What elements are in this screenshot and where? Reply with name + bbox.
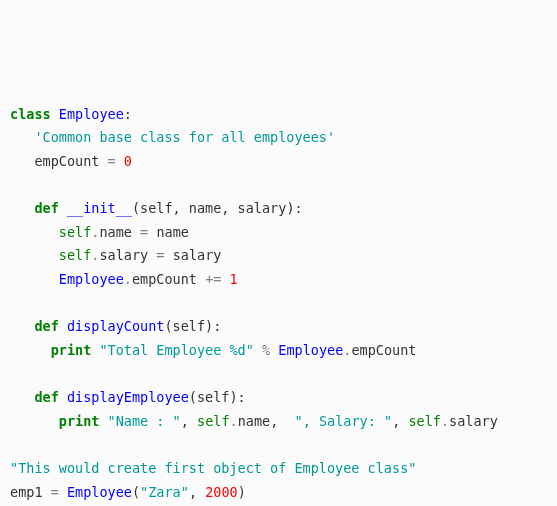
keyword-def: def	[34, 389, 58, 405]
blank-line	[10, 176, 18, 192]
line: empCount = 0	[10, 153, 132, 169]
attr: name	[238, 413, 271, 429]
line: print "Name : ", self.name, ", Salary: "…	[10, 413, 498, 429]
attr: salary	[99, 247, 148, 263]
line: self.name = name	[10, 224, 189, 240]
line: Employee.empCount += 1	[10, 271, 238, 287]
operator: =	[108, 153, 116, 169]
rhs: name	[156, 224, 189, 240]
line: def __init__(self, name, salary):	[10, 200, 303, 216]
string: ", Salary: "	[295, 413, 393, 429]
keyword-class: class	[10, 106, 51, 122]
string: "Name : "	[108, 413, 181, 429]
paren: )	[238, 484, 246, 500]
identifier: emp1	[10, 484, 43, 500]
comma: ,	[392, 413, 400, 429]
attr: name	[99, 224, 132, 240]
function-name: displayEmployee	[67, 389, 189, 405]
code-block: class Employee: 'Common base class for a…	[10, 103, 547, 507]
rhs: salary	[173, 247, 222, 263]
self: self	[59, 247, 92, 263]
self: self	[59, 224, 92, 240]
number: 1	[230, 271, 238, 287]
blank-line	[10, 436, 18, 452]
operator: =	[140, 224, 148, 240]
function-name: displayCount	[67, 318, 165, 334]
attr: salary	[449, 413, 498, 429]
params: (self, name, salary):	[132, 200, 303, 216]
line: emp1 = Employee("Zara", 2000)	[10, 484, 246, 500]
attr: empCount	[351, 342, 416, 358]
comma: ,	[270, 413, 278, 429]
dot: .	[441, 413, 449, 429]
self: self	[197, 413, 230, 429]
operator: +=	[205, 271, 221, 287]
blank-line	[10, 295, 18, 311]
comma: ,	[189, 484, 197, 500]
line: print "Total Employee %d" % Employee.emp…	[10, 342, 416, 358]
line: def displayCount(self):	[10, 318, 221, 334]
dot: .	[124, 271, 132, 287]
params: (self):	[189, 389, 246, 405]
number: 0	[124, 153, 132, 169]
string: "This would create first object of Emplo…	[10, 460, 416, 476]
number: 2000	[205, 484, 238, 500]
function-name: __init__	[67, 200, 132, 216]
class-ref: Employee	[59, 271, 124, 287]
keyword-def: def	[34, 318, 58, 334]
line: 'Common base class for all employees'	[10, 129, 335, 145]
dot: .	[230, 413, 238, 429]
operator: %	[262, 342, 270, 358]
identifier: empCount	[34, 153, 99, 169]
keyword-def: def	[34, 200, 58, 216]
class-ref: Employee	[278, 342, 343, 358]
keyword-print: print	[59, 413, 100, 429]
string: "Zara"	[140, 484, 189, 500]
line: class Employee:	[10, 106, 132, 122]
string: "Total Employee %d"	[99, 342, 253, 358]
params: (self):	[164, 318, 221, 334]
operator: =	[156, 247, 164, 263]
line: self.salary = salary	[10, 247, 221, 263]
line: def displayEmployee(self):	[10, 389, 246, 405]
blank-line	[10, 365, 18, 381]
paren: (	[132, 484, 140, 500]
docstring: 'Common base class for all employees'	[34, 129, 335, 145]
operator: =	[51, 484, 59, 500]
class-ref: Employee	[67, 484, 132, 500]
attr: empCount	[132, 271, 197, 287]
keyword-print: print	[51, 342, 92, 358]
self: self	[408, 413, 441, 429]
line: "This would create first object of Emplo…	[10, 460, 416, 476]
colon: :	[124, 106, 132, 122]
comma: ,	[181, 413, 189, 429]
class-name: Employee	[59, 106, 124, 122]
